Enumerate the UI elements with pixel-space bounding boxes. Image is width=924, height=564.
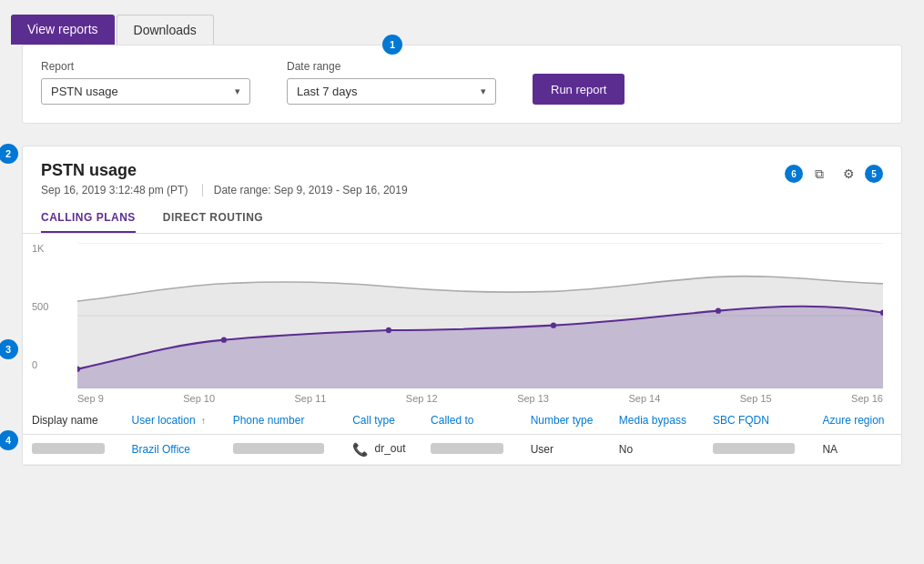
x-label-sep16: Sep 16 — [851, 393, 883, 404]
step-badge-3: 3 — [0, 339, 18, 359]
step-badge-2: 2 — [0, 144, 18, 164]
cell-called-to — [421, 435, 522, 465]
date-range-label: Date range — [287, 60, 496, 73]
cell-sbc-fqdn — [704, 435, 814, 465]
date-range-select[interactable]: Last 7 days ▾ — [287, 78, 496, 105]
report-tabs: CALLING PLANS DIRECT ROUTING — [23, 204, 901, 234]
cell-user-location[interactable]: Brazil Office — [123, 435, 224, 465]
col-azure-region: Azure region — [813, 407, 901, 435]
x-label-sep11: Sep 11 — [295, 393, 327, 404]
col-display-name: Display name — [23, 407, 123, 435]
data-table: Display name User location ↑ Phone numbe… — [23, 407, 901, 465]
report-select-chevron: ▾ — [235, 86, 240, 97]
action-badge-6: 6 — [785, 165, 803, 183]
report-title: PSTN usage — [41, 161, 408, 180]
col-sbc-fqdn: SBC FQDN — [704, 407, 814, 435]
step-badge-4: 4 — [0, 430, 18, 450]
col-called-to: Called to — [421, 407, 522, 435]
svg-point-4 — [221, 337, 227, 342]
cell-call-type: 📞 dr_out — [343, 435, 421, 465]
tab-bar: View reports Downloads — [0, 7, 924, 45]
run-report-button[interactable]: Run report — [533, 74, 624, 105]
cell-azure-region: NA — [813, 435, 901, 465]
col-media-bypass: Media bypass — [610, 407, 704, 435]
col-phone-number: Phone number — [224, 407, 344, 435]
report-actions: 6 ⧉ ⚙ 5 — [785, 161, 883, 186]
x-label-sep12: Sep 12 — [406, 393, 438, 404]
y-label-1k: 1K — [32, 243, 48, 254]
called-to-blurred — [431, 443, 503, 454]
report-label: Report — [41, 60, 250, 73]
y-label-500: 500 — [32, 301, 48, 312]
report-header-left: PSTN usage Sep 16, 2019 3:12:48 pm (PT) … — [41, 161, 408, 196]
cell-display-name — [23, 435, 123, 465]
date-range-filter-group: Date range Last 7 days ▾ — [287, 60, 496, 105]
phone-number-blurred — [233, 443, 324, 454]
generated-date: Sep 16, 2019 3:12:48 pm (PT) — [41, 184, 188, 196]
x-label-sep9: Sep 9 — [77, 393, 104, 404]
tab-downloads[interactable]: Downloads — [117, 15, 214, 45]
settings-icon[interactable]: ⚙ — [836, 161, 861, 186]
filter-panel: 1 Report PSTN usage ▾ Date range Last 7 … — [22, 45, 902, 124]
col-call-type: Call type — [343, 407, 421, 435]
call-type-icon: 📞 — [352, 442, 368, 457]
cell-media-bypass: No — [610, 435, 704, 465]
sort-icon-user-location: ↑ — [201, 416, 206, 426]
main-content: 2 3 4 PSTN usage Sep 16, 2019 3:12:48 pm… — [11, 135, 913, 466]
tab-calling-plans[interactable]: CALLING PLANS — [41, 204, 136, 233]
tab-view-reports[interactable]: View reports — [11, 15, 115, 45]
x-label-sep13: Sep 13 — [517, 393, 549, 404]
tab-direct-routing[interactable]: DIRECT ROUTING — [163, 204, 263, 233]
report-container: PSTN usage Sep 16, 2019 3:12:48 pm (PT) … — [22, 146, 902, 466]
action-badge-5: 5 — [865, 165, 883, 183]
display-name-blurred — [32, 443, 105, 454]
x-label-sep15: Sep 15 — [740, 393, 772, 404]
report-meta: Sep 16, 2019 3:12:48 pm (PT) Date range:… — [41, 184, 408, 196]
report-filter-group: Report PSTN usage ▾ — [41, 60, 250, 105]
chart-svg — [77, 243, 883, 388]
report-select-value: PSTN usage — [51, 85, 118, 98]
svg-point-6 — [551, 322, 556, 327]
svg-point-5 — [386, 327, 391, 333]
cell-number-type: User — [522, 435, 610, 465]
table-header-row: Display name User location ↑ Phone numbe… — [23, 407, 901, 435]
cell-phone-number — [224, 435, 344, 465]
date-range-display: Date range: Sep 9, 2019 - Sep 16, 2019 — [202, 184, 408, 196]
expand-icon[interactable]: ⧉ — [807, 161, 832, 186]
col-number-type: Number type — [522, 407, 610, 435]
report-header: PSTN usage Sep 16, 2019 3:12:48 pm (PT) … — [23, 146, 901, 204]
table-row: Brazil Office 📞 dr_out User — [23, 435, 901, 465]
x-label-sep10: Sep 10 — [183, 393, 215, 404]
step-badge-1: 1 — [382, 35, 402, 55]
y-label-0: 0 — [32, 359, 48, 370]
x-label-sep14: Sep 14 — [628, 393, 660, 404]
call-type-value: dr_out — [375, 442, 406, 455]
svg-point-7 — [716, 307, 721, 313]
col-user-location[interactable]: User location ↑ — [123, 407, 224, 435]
report-select[interactable]: PSTN usage ▾ — [41, 78, 250, 105]
date-range-select-chevron: ▾ — [481, 86, 486, 97]
sbc-fqdn-blurred — [713, 443, 795, 454]
date-range-select-value: Last 7 days — [297, 85, 358, 98]
chart-area: 1K 500 0 — [23, 234, 901, 407]
